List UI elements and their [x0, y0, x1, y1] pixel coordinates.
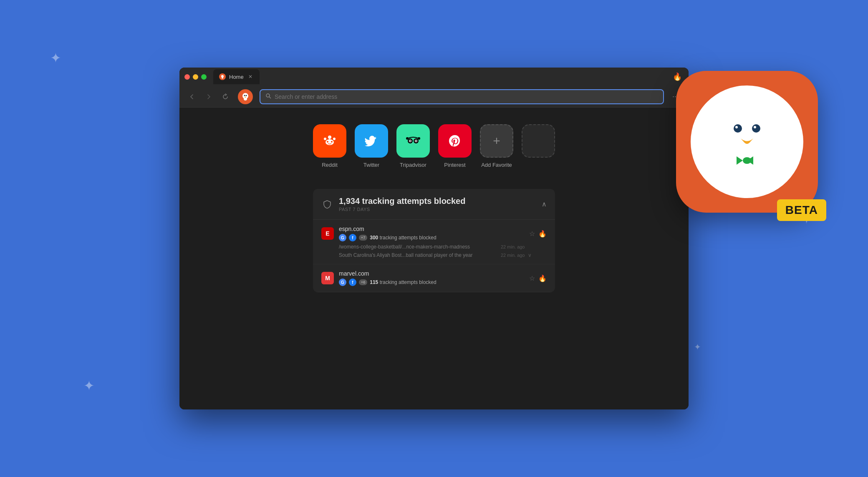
traffic-lights — [184, 74, 207, 80]
search-bar[interactable] — [260, 89, 664, 104]
espn-domain: espn.com — [339, 226, 524, 232]
marvel-trackers-row: G f +6 115 tracking attempts blocked — [339, 279, 524, 286]
tab-close-button[interactable]: ✕ — [247, 73, 254, 80]
svg-point-32 — [752, 124, 760, 133]
fullscreen-button[interactable] — [201, 74, 207, 80]
browser-window: Home ✕ 🔥 — [179, 68, 689, 409]
tracking-collapse-button[interactable]: ∧ — [542, 200, 547, 208]
svg-point-3 — [244, 97, 247, 100]
favorite-twitter[interactable]: Twitter — [355, 124, 388, 168]
svg-point-1 — [222, 78, 223, 79]
pinterest-label: Pinterest — [444, 162, 465, 168]
favorite-empty[interactable] — [522, 124, 555, 168]
tracking-period: PAST 7 DAYS — [339, 207, 536, 212]
espn-actions: ☆ 🔥 — [529, 230, 547, 238]
empty-slot-icon — [522, 124, 555, 158]
marvel-extra-badge: +6 — [359, 279, 367, 285]
favorite-pinterest[interactable]: Pinterest — [438, 124, 472, 168]
ddg-icon-circle — [691, 85, 803, 198]
search-input[interactable] — [275, 93, 658, 100]
sparkle-1: ✦ — [50, 50, 61, 66]
svg-point-15 — [328, 136, 331, 139]
marvel-actions: ☆ 🔥 — [529, 274, 547, 282]
svg-point-23 — [410, 141, 411, 142]
marvel-favicon: M — [321, 272, 334, 284]
favorite-reddit[interactable]: Reddit — [313, 124, 346, 168]
svg-point-6 — [245, 97, 246, 98]
sparkle-4: ✦ — [694, 342, 701, 352]
facebook-tracker-badge: f — [349, 234, 356, 241]
svg-point-14 — [324, 138, 326, 140]
forward-button[interactable] — [203, 91, 214, 103]
ddg-icon-background: BETA — [676, 71, 818, 213]
tracking-title-group: 1,934 tracking attempts blocked PAST 7 D… — [339, 196, 536, 212]
tracking-header: 1,934 tracking attempts blocked PAST 7 D… — [313, 189, 555, 220]
main-content: Reddit Twitter — [179, 108, 689, 409]
title-bar: Home ✕ 🔥 — [179, 68, 689, 86]
tripadvisor-favicon — [396, 124, 430, 158]
ddg-logo — [238, 89, 253, 104]
svg-point-7 — [266, 94, 270, 97]
site-item-espn: E espn.com G f +7 300 tracking attempts … — [313, 220, 555, 264]
marvel-facebook-badge: f — [349, 279, 356, 286]
svg-point-25 — [406, 137, 409, 140]
marvel-tracker-count: 115 tracking attempts blocked — [370, 279, 436, 285]
ddg-app-icon: BETA — [676, 71, 835, 229]
svg-rect-27 — [446, 132, 464, 150]
close-button[interactable] — [184, 74, 190, 80]
pinterest-favicon — [438, 124, 472, 158]
marvel-header-row: M marvel.com G f +6 115 tracking attempt… — [321, 270, 547, 286]
reddit-label: Reddit — [322, 162, 338, 168]
twitter-favicon — [355, 124, 388, 158]
marvel-info: marvel.com G f +6 115 tracking attempts … — [339, 270, 524, 286]
favorites-row: Reddit Twitter — [313, 124, 555, 168]
espn-time-2: 22 min. ago — [501, 253, 525, 258]
svg-point-13 — [333, 138, 336, 140]
svg-point-26 — [418, 137, 420, 140]
marvel-fire-button[interactable]: 🔥 — [538, 274, 547, 282]
espn-visit-1: /womens-college-basketball/...nce-makers… — [321, 244, 547, 250]
marvel-star-button[interactable]: ☆ — [529, 274, 535, 282]
espn-url-2: South Carolina's Aliyah Bost...ball nati… — [339, 252, 497, 258]
svg-point-0 — [221, 75, 224, 78]
espn-star-button[interactable]: ☆ — [529, 230, 535, 238]
favorite-tripadvisor[interactable]: Tripadvisor — [396, 124, 430, 168]
marvel-google-badge: G — [339, 279, 346, 286]
shield-icon — [321, 198, 333, 210]
svg-point-34 — [743, 157, 751, 164]
extra-trackers-badge: +7 — [359, 235, 367, 241]
favorite-add[interactable]: + Add Favorite — [480, 124, 513, 168]
espn-visit-2: South Carolina's Aliyah Bost...ball nati… — [321, 252, 547, 258]
tracking-section: 1,934 tracking attempts blocked PAST 7 D… — [313, 189, 555, 292]
tab-title: Home — [229, 74, 244, 80]
back-button[interactable] — [186, 91, 198, 103]
svg-point-4 — [244, 95, 245, 96]
minimize-button[interactable] — [193, 74, 198, 80]
search-icon — [265, 93, 271, 100]
espn-favicon: E — [321, 227, 334, 240]
reddit-favicon — [313, 124, 346, 158]
marvel-domain: marvel.com — [339, 270, 524, 277]
svg-point-33 — [754, 126, 756, 128]
svg-rect-18 — [404, 132, 422, 150]
toolbar: ··· — [179, 86, 689, 108]
beta-badge: BETA — [777, 199, 826, 221]
espn-tracker-count: 300 tracking attempts blocked — [370, 235, 436, 241]
tripadvisor-label: Tripadvisor — [400, 162, 426, 168]
reload-button[interactable] — [220, 91, 231, 103]
espn-info: espn.com G f +7 300 tracking attempts bl… — [339, 226, 524, 241]
espn-url-1: /womens-college-basketball/...nce-makers… — [339, 244, 497, 250]
active-tab[interactable]: Home ✕ — [213, 69, 260, 84]
espn-header-row: E espn.com G f +7 300 tracking attempts … — [321, 226, 547, 241]
add-favorite-label: Add Favorite — [481, 162, 512, 168]
espn-trackers-row: G f +7 300 tracking attempts blocked — [339, 234, 524, 241]
espn-expand-button[interactable]: ∨ — [528, 252, 532, 258]
svg-point-5 — [246, 95, 247, 96]
svg-point-31 — [735, 126, 738, 128]
espn-fire-button[interactable]: 🔥 — [538, 230, 547, 238]
google-tracker-badge: G — [339, 234, 346, 241]
site-item-marvel: M marvel.com G f +6 115 tracking attempt… — [313, 264, 555, 292]
tracking-count: 1,934 tracking attempts blocked — [339, 196, 536, 206]
espn-time-1: 22 min. ago — [501, 244, 525, 249]
svg-point-29 — [725, 110, 769, 153]
